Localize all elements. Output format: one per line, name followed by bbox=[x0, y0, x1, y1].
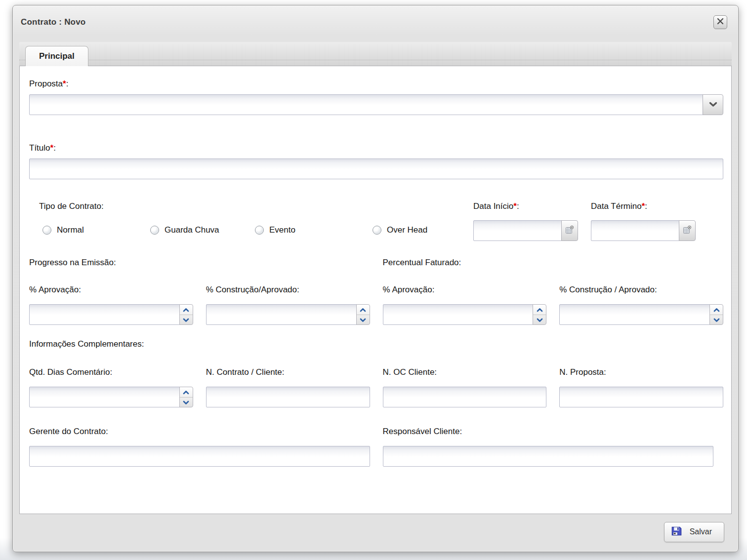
tipo-de-contrato-group: Tipo de Contrato: Normal Guarda Chuva Ev… bbox=[29, 201, 473, 241]
responsavel-cliente-input[interactable] bbox=[383, 446, 714, 467]
dialog-title: Contrato : Novo bbox=[21, 15, 85, 27]
radio-guarda-chuva[interactable] bbox=[150, 226, 159, 235]
emissao-construcao-aprovado-spin-down[interactable] bbox=[357, 315, 370, 325]
close-button[interactable] bbox=[713, 15, 727, 29]
faturado-aprovacao-input[interactable] bbox=[383, 304, 534, 325]
progresso-na-emissao-heading: Progresso na Emissão: bbox=[29, 258, 116, 267]
percentual-faturado-heading: Percentual Faturado: bbox=[383, 258, 461, 267]
gerente-do-contrato-input[interactable] bbox=[29, 446, 370, 467]
close-icon bbox=[717, 18, 724, 27]
radio-over-head-label: Over Head bbox=[387, 225, 427, 235]
proposta-combobox bbox=[29, 94, 723, 115]
qtd-dias-comentario-spin-down[interactable] bbox=[180, 398, 193, 407]
data-inicio-required-marker: * bbox=[513, 201, 517, 211]
chevron-up-icon bbox=[713, 305, 720, 314]
radio-over-head[interactable] bbox=[373, 226, 381, 235]
radio-option-guarda-chuva[interactable]: Guarda Chuva bbox=[150, 225, 255, 235]
tipo-de-contrato-label: Tipo de Contrato: bbox=[39, 201, 104, 212]
radio-evento[interactable] bbox=[255, 226, 264, 235]
radio-normal-label: Normal bbox=[57, 225, 84, 235]
emissao-aprovacao-spin-down[interactable] bbox=[180, 315, 193, 325]
floppy-disk-icon bbox=[670, 525, 683, 539]
tab-principal[interactable]: Principal bbox=[25, 46, 88, 66]
proposta-label: Proposta*: bbox=[29, 79, 68, 89]
data-inicio-datefield bbox=[473, 220, 578, 241]
gerente-do-contrato-label: Gerente do Contrato: bbox=[29, 426, 108, 437]
data-inicio-calendar-trigger[interactable] bbox=[561, 220, 578, 241]
radio-option-evento[interactable]: Evento bbox=[255, 225, 373, 235]
emissao-aprovacao-input[interactable] bbox=[29, 304, 180, 325]
n-contrato-cliente-input[interactable] bbox=[206, 387, 370, 407]
qtd-dias-comentario-input[interactable] bbox=[29, 387, 180, 407]
chevron-down-icon bbox=[709, 100, 717, 109]
data-termino-input[interactable] bbox=[591, 220, 679, 241]
chevron-down-icon bbox=[183, 315, 189, 324]
faturado-construcao-aprovado-input[interactable] bbox=[559, 304, 710, 325]
data-inicio-label: Data Início*: bbox=[473, 201, 519, 212]
form-panel: Proposta*: Título*: Tipo de Contrato: bbox=[19, 66, 732, 514]
radio-option-normal[interactable]: Normal bbox=[42, 225, 150, 235]
faturado-aprovacao-spin-down[interactable] bbox=[533, 315, 546, 325]
qtd-dias-comentario-label: Qtd. Dias Comentário: bbox=[29, 367, 112, 378]
chevron-down-icon bbox=[360, 315, 366, 324]
chevron-down-icon bbox=[713, 315, 720, 324]
data-termino-datefield bbox=[591, 220, 696, 241]
n-proposta-input[interactable] bbox=[559, 387, 723, 407]
chevron-up-icon bbox=[360, 305, 366, 314]
proposta-required-marker: * bbox=[63, 79, 66, 88]
radio-option-over-head[interactable]: Over Head bbox=[373, 225, 427, 235]
contract-dialog-window: Contrato : Novo Principal Proposta*: bbox=[12, 5, 739, 552]
calendar-icon bbox=[683, 225, 692, 236]
emissao-aprovacao-spin-up[interactable] bbox=[180, 305, 193, 315]
titulo-input[interactable] bbox=[29, 159, 723, 179]
chevron-down-icon bbox=[183, 398, 189, 406]
proposta-dropdown-trigger[interactable] bbox=[703, 94, 723, 115]
faturado-aprovacao-spinner bbox=[383, 304, 547, 325]
emissao-construcao-aprovado-spinner bbox=[206, 304, 370, 325]
save-button-label: Salvar bbox=[690, 527, 712, 536]
data-inicio-group: Data Início*: bbox=[473, 201, 578, 241]
faturado-aprovacao-label: % Aprovação: bbox=[383, 284, 435, 295]
chevron-down-icon bbox=[537, 315, 543, 324]
qtd-dias-comentario-spinner bbox=[29, 387, 193, 407]
tab-strip-separator bbox=[19, 60, 732, 60]
data-termino-group: Data Término*: bbox=[591, 201, 696, 241]
dialog-footer: Salvar bbox=[13, 514, 738, 553]
tab-strip-background bbox=[19, 42, 732, 66]
proposta-input[interactable] bbox=[29, 94, 703, 115]
n-contrato-cliente-label: N. Contrato / Cliente: bbox=[206, 367, 285, 378]
emissao-construcao-aprovado-input[interactable] bbox=[206, 304, 357, 325]
data-inicio-input[interactable] bbox=[473, 220, 562, 241]
data-termino-label: Data Término*: bbox=[591, 201, 647, 212]
faturado-construcao-aprovado-label: % Construção / Aprovado: bbox=[559, 284, 657, 295]
radio-guarda-chuva-label: Guarda Chuva bbox=[165, 225, 219, 235]
faturado-construcao-aprovado-spin-down[interactable] bbox=[710, 315, 723, 325]
qtd-dias-comentario-spin-up[interactable] bbox=[180, 387, 193, 398]
responsavel-cliente-label: Responsável Cliente: bbox=[383, 426, 462, 437]
n-oc-cliente-input[interactable] bbox=[383, 387, 547, 407]
chevron-up-icon bbox=[537, 305, 543, 314]
chevron-up-icon bbox=[183, 388, 189, 397]
titulo-label: Título*: bbox=[29, 143, 56, 154]
save-button[interactable]: Salvar bbox=[664, 522, 724, 542]
faturado-construcao-aprovado-spinner bbox=[559, 304, 723, 325]
emissao-aprovacao-label: % Aprovação: bbox=[29, 284, 81, 295]
emissao-aprovacao-spinner bbox=[29, 304, 193, 325]
emissao-construcao-aprovado-label: % Construção/Aprovado: bbox=[206, 284, 299, 295]
faturado-construcao-aprovado-spin-up[interactable] bbox=[710, 305, 723, 315]
emissao-construcao-aprovado-spin-up[interactable] bbox=[357, 305, 370, 315]
informacoes-complementares-heading: Informações Complementares: bbox=[29, 339, 144, 349]
tab-principal-label: Principal bbox=[39, 51, 75, 61]
n-oc-cliente-label: N. OC Cliente: bbox=[383, 367, 437, 378]
radio-normal[interactable] bbox=[42, 226, 51, 235]
tab-strip: Principal bbox=[19, 42, 732, 66]
data-termino-calendar-trigger[interactable] bbox=[679, 220, 696, 241]
radio-evento-label: Evento bbox=[269, 225, 295, 235]
calendar-icon bbox=[565, 225, 574, 236]
dialog-titlebar: Contrato : Novo bbox=[13, 5, 738, 42]
tipo-de-contrato-options: Normal Guarda Chuva Evento Over Head bbox=[39, 225, 473, 235]
faturado-aprovacao-spin-up[interactable] bbox=[533, 305, 546, 315]
chevron-up-icon bbox=[183, 305, 189, 314]
n-proposta-label: N. Proposta: bbox=[559, 367, 606, 378]
